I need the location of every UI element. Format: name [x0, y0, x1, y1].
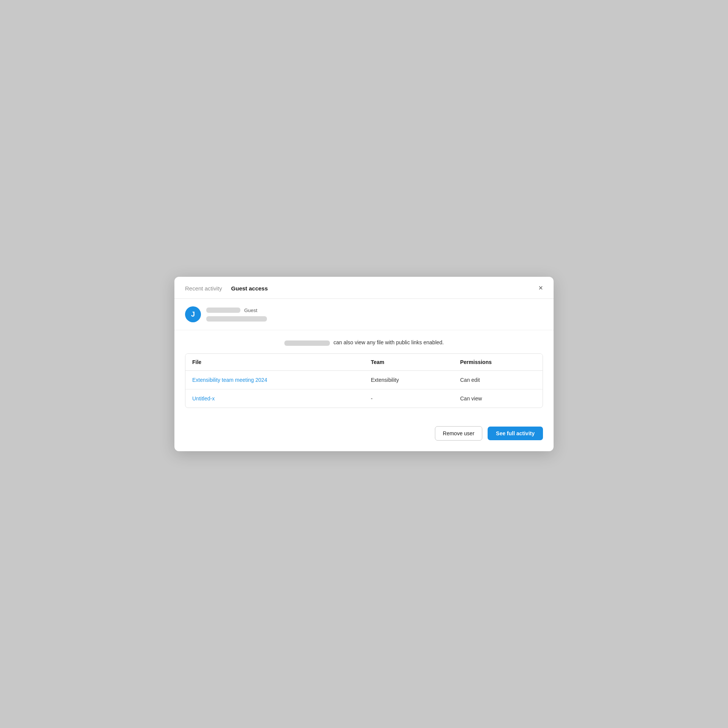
table-header-row: File Team Permissions	[185, 354, 543, 371]
modal-footer: Remove user See full activity	[174, 419, 554, 451]
file-link[interactable]: Extensibility team meeting 2024	[192, 377, 267, 383]
table-row: Untitled-x-Can view	[185, 389, 543, 408]
user-name-row: Guest	[206, 308, 267, 313]
table-cell-permissions: Can view	[453, 389, 543, 408]
files-table: File Team Permissions Extensibility team…	[185, 354, 543, 408]
user-row: J Guest	[174, 299, 554, 330]
modal: Recent activity Guest access × J Guest c…	[174, 277, 554, 451]
table-cell-team: Extensibility	[364, 370, 453, 389]
file-link[interactable]: Untitled-x	[192, 395, 215, 402]
col-header-file: File	[185, 354, 364, 371]
col-header-team: Team	[364, 354, 453, 371]
tab-recent-activity[interactable]: Recent activity	[185, 285, 222, 292]
close-button[interactable]: ×	[537, 282, 544, 293]
username-skeleton	[284, 340, 330, 346]
user-email-skeleton	[206, 316, 267, 322]
description-row: can also view any file with public links…	[174, 330, 554, 353]
table-cell-file: Untitled-x	[185, 389, 364, 408]
remove-user-button[interactable]: Remove user	[435, 426, 482, 441]
table-cell-file: Extensibility team meeting 2024	[185, 370, 364, 389]
modal-header: Recent activity Guest access ×	[174, 277, 554, 299]
user-name-skeleton	[206, 308, 240, 313]
files-table-wrapper: File Team Permissions Extensibility team…	[185, 353, 543, 408]
tab-guest-access[interactable]: Guest access	[231, 285, 268, 292]
guest-badge: Guest	[244, 308, 257, 313]
table-cell-permissions: Can edit	[453, 370, 543, 389]
table-cell-team: -	[364, 389, 453, 408]
description-text: can also view any file with public links…	[333, 339, 444, 345]
see-full-activity-button[interactable]: See full activity	[488, 427, 543, 440]
col-header-permissions: Permissions	[453, 354, 543, 371]
table-row: Extensibility team meeting 2024Extensibi…	[185, 370, 543, 389]
user-info: Guest	[206, 308, 267, 322]
avatar: J	[185, 306, 201, 322]
